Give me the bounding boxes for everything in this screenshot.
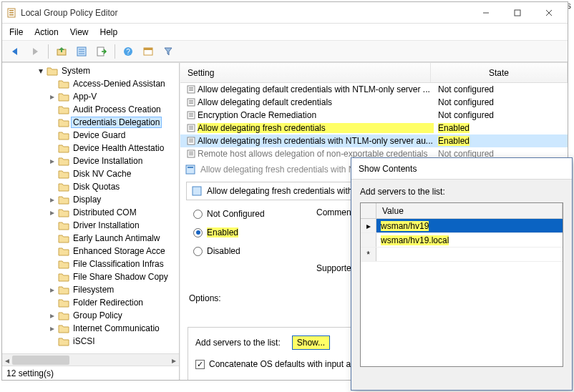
tree-item[interactable]: Access-Denied Assistan (2, 77, 179, 90)
help-button[interactable]: ? (120, 43, 137, 60)
tree-item[interactable]: ▸Filesystem (2, 283, 179, 296)
tree-item[interactable]: File Classification Infras (2, 258, 179, 270)
tree-item[interactable]: ▸App-V (2, 90, 179, 103)
grid-cell[interactable]: wsman/hv19 (381, 221, 429, 231)
scroll-thumb[interactable] (12, 356, 69, 365)
tree-item[interactable]: Credentials Delegation (2, 116, 179, 129)
tree-label: Filesystem (71, 284, 116, 295)
tree-item[interactable]: ▸Internet Communicatio (2, 322, 179, 335)
show-contents-window[interactable]: Show Contents Add servers to the list: V… (351, 157, 573, 391)
grid-row[interactable]: wsman/hv19.local (361, 233, 563, 248)
radio-icon (193, 210, 203, 219)
filter-button[interactable] (160, 43, 177, 60)
tree-item[interactable]: File Share Shadow Copy (2, 270, 179, 283)
setting-state: Not configured (434, 97, 568, 107)
menubar: File Action View Help (2, 24, 568, 41)
tree-item[interactable]: ▸Distributed COM (2, 206, 179, 219)
svg-text:?: ? (126, 48, 130, 56)
tree-item[interactable]: Enhanced Storage Acce (2, 245, 179, 258)
list-row[interactable]: Allow delegating fresh credentialsEnable… (180, 122, 568, 134)
scroll-left-icon[interactable]: ◂ (2, 354, 12, 366)
chevron-right-icon[interactable]: ▸ (48, 285, 57, 295)
menu-action[interactable]: Action (34, 27, 58, 37)
svg-rect-28 (189, 114, 193, 115)
tree-item[interactable]: ▸Group Policy (2, 309, 179, 322)
svg-rect-1 (9, 10, 14, 11)
svg-rect-29 (189, 116, 193, 117)
tree-item[interactable]: Disk NV Cache (2, 167, 179, 180)
chevron-right-icon[interactable]: ▸ (48, 195, 57, 205)
svg-rect-27 (189, 113, 193, 114)
forward-button[interactable] (26, 43, 44, 60)
tree-item[interactable]: Audit Process Creation (2, 103, 179, 116)
list-row[interactable]: Encryption Oracle RemediationNot configu… (180, 109, 568, 122)
titlebar[interactable]: Local Group Policy Editor (2, 2, 568, 24)
svg-rect-25 (189, 103, 193, 104)
list-row[interactable]: Allow delegating default credentialsNot … (180, 96, 568, 109)
tree-item[interactable]: iSCSI (2, 335, 179, 348)
tree-item[interactable]: Device Guard (2, 129, 179, 142)
svg-rect-35 (189, 139, 193, 139)
menu-help[interactable]: Help (100, 27, 118, 37)
chevron-right-icon[interactable]: ▸ (48, 323, 57, 333)
row-pointer-icon: ▸ (361, 219, 376, 232)
grid-new-row[interactable]: * (361, 248, 563, 262)
grid-cell[interactable]: wsman/hv19.local (381, 235, 449, 245)
scroll-right-icon[interactable]: ▸ (169, 354, 179, 366)
maximize-button[interactable] (502, 4, 533, 22)
tool-sep (115, 44, 115, 59)
col-setting[interactable]: Setting (180, 63, 431, 82)
col-value[interactable]: Value (376, 203, 563, 218)
back-button[interactable] (6, 43, 24, 60)
svg-rect-44 (193, 187, 201, 195)
tree-label: Early Launch Antimalw (71, 232, 162, 244)
list-row[interactable]: Allow delegating default credentials wit… (180, 83, 568, 96)
tree-label: Distributed COM (71, 207, 139, 218)
show-button[interactable]: Show... (292, 335, 330, 350)
setting-icon (185, 136, 198, 146)
chevron-right-icon[interactable]: ▸ (48, 207, 57, 217)
add-servers-label: Add servers to the list: (195, 338, 281, 348)
chevron-right-icon[interactable]: ▸ (48, 156, 57, 166)
menu-view[interactable]: View (70, 27, 89, 37)
chevron-right-icon[interactable]: ▸ (48, 92, 57, 102)
list-row[interactable]: Allow delegating fresh credentials with … (180, 134, 568, 147)
tree-item[interactable]: Early Launch Antimalw (2, 232, 179, 245)
tree-label: Group Policy (71, 310, 125, 321)
tree-hscroll[interactable]: ◂ ▸ (2, 353, 179, 366)
up-button[interactable] (53, 43, 70, 60)
tree-root[interactable]: ▾System (2, 64, 179, 77)
chevron-right-icon[interactable]: ▸ (48, 310, 57, 320)
chevron-down-icon[interactable]: ▾ (37, 66, 45, 76)
detail-button[interactable] (73, 43, 90, 60)
view-button[interactable] (140, 43, 157, 60)
value-grid[interactable]: Value ▸ wsman/hv19 wsman/hv19.local * (360, 202, 563, 367)
setting-state: Enabled (434, 136, 568, 146)
export-button[interactable] (93, 43, 110, 60)
tree-item[interactable]: ▸Device Installation (2, 155, 179, 167)
grid-header: Value (361, 203, 563, 219)
list-body[interactable]: Allow delegating default credentials wit… (180, 83, 568, 160)
menu-file[interactable]: File (9, 27, 23, 37)
tree-item[interactable]: Driver Installation (2, 219, 179, 232)
tree-label: File Share Shadow Copy (71, 271, 170, 283)
svg-rect-40 (189, 153, 193, 154)
svg-rect-37 (189, 142, 193, 142)
svg-rect-43 (188, 167, 193, 168)
close-button[interactable] (533, 4, 565, 22)
list-header: Setting State (180, 63, 568, 83)
minimize-button[interactable] (470, 4, 502, 22)
radio-icon (193, 247, 203, 256)
tree-view[interactable]: ▾SystemAccess-Denied Assistan▸App-VAudit… (2, 63, 179, 353)
app-icon (6, 7, 18, 19)
tree-panel: ▾SystemAccess-Denied Assistan▸App-VAudit… (2, 63, 180, 380)
tree-item[interactable]: ▸Display (2, 193, 179, 206)
concat-checkbox[interactable]: ✓ (195, 360, 205, 369)
setting-icon (185, 149, 198, 159)
tree-item[interactable]: Folder Redirection (2, 296, 179, 309)
tree-item[interactable]: Device Health Attestatio (2, 142, 179, 155)
tree-item[interactable]: Disk Quotas (2, 180, 179, 193)
col-state[interactable]: State (431, 63, 568, 82)
grid-row[interactable]: ▸ wsman/hv19 (361, 219, 563, 233)
popup-title[interactable]: Show Contents (351, 158, 572, 180)
